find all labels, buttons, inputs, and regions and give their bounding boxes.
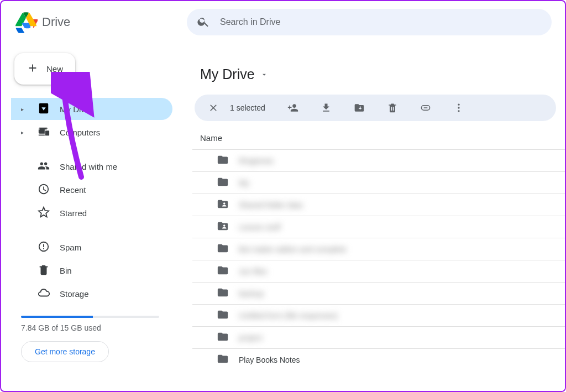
column-header-name[interactable]: Name [187, 133, 565, 149]
file-row[interactable]: Bot maker addon and complete [192, 238, 565, 260]
star-icon [38, 206, 50, 220]
svg-point-1 [458, 107, 459, 108]
clear-selection-button[interactable] [208, 102, 219, 113]
file-row[interactable]: Untitled form (file responses) [192, 304, 565, 326]
sidebar-item-bin[interactable]: Bin [11, 259, 172, 281]
storage-used-text: 7.84 GB of 15 GB used [21, 323, 172, 332]
file-row[interactable]: Jun files [192, 260, 565, 282]
breadcrumb[interactable]: My Drive [187, 51, 565, 95]
file-row[interactable]: Ringtones [192, 149, 565, 171]
folder-move-icon [354, 102, 365, 113]
more-vert-icon [453, 102, 464, 113]
search-icon [197, 15, 210, 30]
sidebar: New ▸My Drive▸ComputersShared with meRec… [1, 43, 178, 391]
file-name: My [239, 179, 249, 187]
folder-icon [217, 176, 229, 190]
plus-icon [27, 62, 39, 76]
folder-icon [217, 309, 229, 322]
drive-icon [38, 102, 50, 116]
alert-icon [38, 241, 50, 254]
file-name: project [239, 333, 262, 342]
trash-icon [387, 102, 398, 113]
breadcrumb-title: My Drive [200, 66, 255, 82]
sidebar-item-label: Starred [60, 208, 87, 218]
file-name: Play Books Notes [239, 356, 300, 364]
expand-caret: ▸ [21, 129, 28, 135]
drive-icon [14, 10, 38, 35]
get-more-storage-button[interactable]: Get more storage [21, 341, 109, 362]
download-icon [321, 102, 332, 113]
folder-icon [217, 331, 229, 344]
file-row[interactable]: backup [192, 282, 565, 304]
storage-bar [21, 316, 159, 318]
main-content: My Drive 1 selected Name RingtonesMyShar… [187, 51, 565, 391]
devices-icon [38, 126, 50, 139]
file-list: RingtonesMyShared folder dataLesson stuf… [192, 149, 565, 370]
folder-icon [217, 154, 229, 168]
file-row[interactable]: Shared folder data [192, 194, 565, 216]
sidebar-item-recent[interactable]: Recent [11, 179, 172, 201]
sidebar-item-starred[interactable]: Starred [11, 202, 172, 224]
svg-point-0 [458, 104, 459, 106]
search-input[interactable]: Search in Drive [187, 9, 552, 35]
download-button[interactable] [321, 102, 332, 113]
more-actions-button[interactable] [453, 102, 464, 113]
file-name: Jun files [239, 267, 267, 276]
new-button[interactable]: New [14, 53, 75, 85]
share-button[interactable] [287, 102, 298, 113]
sidebar-item-label: Storage [60, 289, 89, 299]
folder-shared-icon [217, 220, 229, 234]
file-row[interactable]: My [192, 171, 565, 194]
trash-icon [38, 264, 50, 278]
expand-caret: ▸ [21, 106, 28, 112]
person-add-icon [287, 102, 298, 113]
sidebar-item-shared-with-me[interactable]: Shared with me [11, 155, 172, 177]
svg-point-2 [458, 110, 459, 112]
file-name: Untitled form (file responses) [239, 311, 338, 320]
file-name: Bot maker addon and complete [239, 245, 347, 254]
sidebar-item-label: Computers [60, 128, 100, 137]
file-name: Ringtones [239, 156, 274, 165]
storage-block: 7.84 GB of 15 GB used Get more storage [11, 306, 172, 362]
file-row[interactable]: Play Books Notes [192, 348, 565, 370]
delete-button[interactable] [387, 102, 398, 113]
sidebar-item-label: Bin [60, 266, 72, 275]
folder-icon [217, 353, 229, 367]
sidebar-item-label: Spam [60, 243, 81, 252]
link-icon [420, 102, 431, 113]
sidebar-item-label: My Drive [60, 104, 92, 114]
clock-icon [38, 183, 50, 197]
new-button-label: New [46, 64, 63, 74]
folder-icon [217, 242, 229, 256]
sidebar-item-computers[interactable]: ▸Computers [11, 121, 172, 143]
drive-logo[interactable]: Drive [14, 10, 187, 35]
app-name: Drive [42, 15, 70, 29]
folder-icon [217, 286, 229, 300]
close-icon [208, 102, 219, 113]
selection-count: 1 selected [230, 103, 265, 112]
search-placeholder: Search in Drive [220, 17, 280, 27]
cloud-icon [38, 287, 50, 301]
folder-shared-icon [217, 198, 229, 212]
move-button[interactable] [354, 102, 365, 113]
sidebar-item-spam[interactable]: Spam [11, 236, 172, 258]
folder-icon [217, 264, 229, 278]
file-row[interactable]: Lesson stuff [192, 216, 565, 238]
sidebar-item-label: Recent [60, 185, 86, 195]
file-row[interactable]: project [192, 326, 565, 348]
file-name: backup [239, 289, 264, 298]
chevron-down-icon [260, 71, 268, 79]
sidebar-item-my-drive[interactable]: ▸My Drive [11, 98, 172, 120]
get-link-button[interactable] [420, 102, 431, 113]
selection-action-bar: 1 selected [195, 95, 556, 121]
sidebar-item-label: Shared with me [60, 162, 117, 171]
sidebar-item-storage[interactable]: Storage [11, 283, 172, 305]
file-name: Lesson stuff [239, 223, 280, 232]
people-icon [38, 160, 50, 174]
file-name: Shared folder data [239, 201, 302, 210]
